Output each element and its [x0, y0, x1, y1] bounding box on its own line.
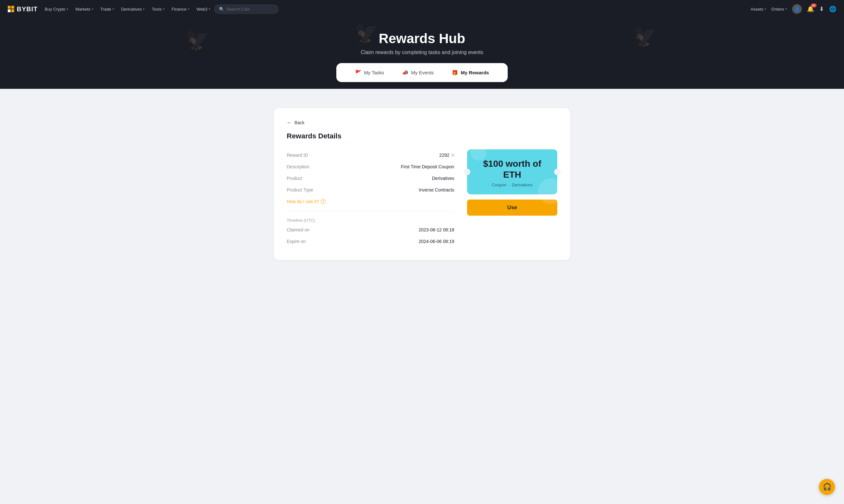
logo-grid-icon	[8, 6, 14, 12]
nav-item-buy-crypto[interactable]: Buy Crypto ▾	[41, 4, 71, 14]
description-value: First Time Deposit Coupon	[401, 164, 454, 169]
tab-my-rewards[interactable]: 🎁 My Rewards	[443, 65, 498, 80]
expire-on-label: Expire on	[287, 239, 306, 244]
search-bar[interactable]: 🔍 Search Coin	[214, 4, 279, 14]
nav-item-trade[interactable]: Trade ▾	[97, 4, 117, 14]
card-title: Rewards Details	[287, 132, 557, 140]
use-button[interactable]: Use	[467, 200, 557, 216]
nav-item-derivatives[interactable]: Derivatives ▾	[118, 4, 148, 14]
chevron-down-icon: ▾	[764, 7, 766, 11]
timeline-label: Timeline (UTC)	[287, 215, 454, 224]
hero-subtitle: Claim rewards by completing tasks and jo…	[361, 50, 484, 55]
deco-icon: 🦅	[633, 25, 657, 48]
tab-my-rewards-label: My Rewards	[461, 70, 489, 75]
tab-my-events[interactable]: 📣 My Events	[393, 65, 443, 80]
logo[interactable]: BYBIT	[8, 5, 38, 13]
chevron-down-icon: ▾	[163, 7, 165, 11]
coupon-type: Coupon · Derivatives	[473, 182, 551, 187]
detail-row-product: Product Derivatives	[287, 173, 454, 184]
back-arrow-icon: ←	[287, 120, 292, 126]
back-button[interactable]: ← Back	[287, 120, 557, 126]
globe-icon[interactable]: 🌐	[829, 5, 836, 13]
product-type-label: Product Type	[287, 187, 313, 193]
rewards-details-card: ← Back Rewards Details Reward ID 2292 ⧉ …	[274, 108, 570, 260]
question-icon: ?	[321, 199, 326, 204]
rewards-icon: 🎁	[452, 70, 458, 76]
detail-row-reward-id: Reward ID 2292 ⧉	[287, 149, 454, 161]
expire-on-value: 2024-06-06 08:19	[418, 239, 454, 244]
headset-icon: 🎧	[823, 483, 831, 491]
detail-row-expire: Expire on 2024-06-06 08:19	[287, 236, 454, 247]
nav-items: Buy Crypto ▾ Markets ▾ Trade ▾ Derivativ…	[41, 4, 745, 14]
hero-title: Rewards Hub	[379, 31, 465, 46]
support-button[interactable]: 🎧	[819, 479, 835, 495]
notification-badge: 37	[811, 3, 816, 7]
product-value: Derivatives	[432, 176, 454, 181]
search-placeholder: Search Coin	[227, 7, 250, 12]
chevron-down-icon: ▾	[92, 7, 93, 11]
download-icon[interactable]: ⬇	[819, 5, 824, 13]
product-label: Product	[287, 176, 302, 181]
description-label: Description	[287, 164, 309, 169]
coupon-amount: $100 worth of ETH	[473, 158, 551, 180]
tab-my-tasks[interactable]: 🚩 My Tasks	[346, 65, 393, 80]
claimed-on-value: 2023-06-12 08:18	[418, 227, 454, 232]
deco-icon: 🦅	[354, 21, 379, 44]
chevron-down-icon: ▾	[113, 7, 114, 11]
deco-icon: 🦅	[186, 29, 210, 52]
nav-item-finance[interactable]: Finance ▾	[169, 4, 193, 14]
navbar: BYBIT Buy Crypto ▾ Markets ▾ Trade ▾ Der…	[0, 0, 844, 18]
main-content: ← Back Rewards Details Reward ID 2292 ⧉ …	[268, 89, 576, 273]
claimed-on-label: Claimed on	[287, 227, 310, 232]
tab-my-events-label: My Events	[411, 70, 434, 75]
hero-section: 🦅 🦅 🦅 Rewards Hub Claim rewards by compl…	[0, 18, 844, 89]
chevron-down-icon: ▾	[188, 7, 189, 11]
tabs-container: 🚩 My Tasks 📣 My Events 🎁 My Rewards	[336, 63, 508, 82]
nav-item-web3[interactable]: Web3 ▾	[193, 4, 213, 14]
back-label: Back	[294, 120, 305, 125]
detail-row-claimed: Claimed on 2023-06-12 08:18	[287, 224, 454, 236]
nav-item-orders[interactable]: Orders ▾	[771, 7, 787, 12]
chevron-down-icon: ▾	[143, 7, 145, 11]
avatar[interactable]: 👤	[792, 4, 802, 14]
nav-right: Assets ▾ Orders ▾ 👤 🔔 37 ⬇ 🌐	[751, 4, 836, 14]
divider	[287, 211, 454, 212]
logo-text: BYBIT	[17, 5, 38, 13]
product-type-value: Inverse Contracts	[419, 187, 454, 193]
details-left: Reward ID 2292 ⧉ Description First Time …	[287, 149, 454, 247]
coupon-card: $100 worth of ETH Coupon · Derivatives	[467, 149, 557, 194]
chevron-down-icon: ▾	[786, 7, 787, 11]
chevron-down-icon: ▾	[209, 7, 210, 11]
copy-icon[interactable]: ⧉	[451, 152, 454, 158]
notifications-button[interactable]: 🔔 37	[807, 5, 814, 13]
nav-item-tools[interactable]: Tools ▾	[149, 4, 168, 14]
events-icon: 📣	[402, 70, 409, 76]
chevron-down-icon: ▾	[67, 7, 68, 11]
reward-id-label: Reward ID	[287, 152, 308, 158]
details-right: $100 worth of ETH Coupon · Derivatives U…	[467, 149, 557, 247]
detail-row-product-type: Product Type Inverse Contracts	[287, 184, 454, 196]
coupon-notch-left	[464, 169, 470, 175]
coupon-notch-right	[554, 169, 561, 175]
search-icon: 🔍	[219, 7, 224, 12]
tasks-icon: 🚩	[355, 70, 361, 76]
reward-id-value: 2292 ⧉	[440, 152, 454, 158]
how-to-use-link[interactable]: How do I use it? ?	[287, 196, 454, 207]
nav-item-assets[interactable]: Assets ▾	[751, 7, 766, 12]
tab-my-tasks-label: My Tasks	[364, 70, 384, 75]
detail-row-description: Description First Time Deposit Coupon	[287, 161, 454, 173]
avatar-icon: 👤	[794, 6, 800, 12]
details-body: Reward ID 2292 ⧉ Description First Time …	[287, 149, 557, 247]
nav-item-markets[interactable]: Markets ▾	[72, 4, 96, 14]
